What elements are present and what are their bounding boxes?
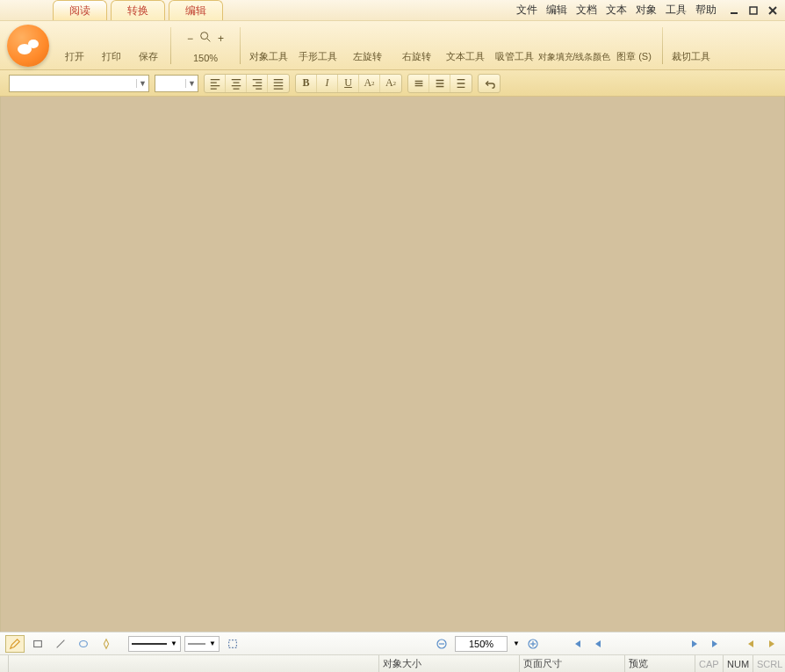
solid-line-icon	[132, 640, 167, 647]
align-right-button[interactable]	[247, 75, 268, 92]
menu-tool[interactable]: 工具	[666, 3, 687, 18]
rotate-left-button[interactable]: 左旋转	[342, 21, 392, 69]
zoom-value-label[interactable]: 150%	[193, 53, 218, 63]
line-style-combo[interactable]: ▼	[128, 636, 181, 652]
menu-object[interactable]: 对象	[636, 3, 657, 18]
object-tool-button[interactable]: 对象工具	[244, 21, 293, 69]
line-spacing-3-button[interactable]	[450, 75, 472, 92]
align-center-button[interactable]	[226, 75, 247, 92]
rotate-right-label: 右旋转	[402, 51, 431, 61]
ribbon-file-group: 打开 打印 保存	[56, 21, 167, 69]
status-preview: 预览	[625, 655, 695, 672]
first-page-button[interactable]	[569, 636, 585, 652]
minimize-button[interactable]	[725, 4, 743, 18]
pen-tool-button[interactable]	[97, 635, 116, 653]
status-scrl: SCRL	[753, 655, 785, 672]
status-cap: CAP	[695, 655, 724, 672]
status-page-size: 页面尺寸	[520, 655, 625, 672]
svg-point-5	[28, 40, 39, 48]
status-object-size: 对象大小	[379, 655, 520, 672]
undo-button[interactable]	[479, 75, 500, 92]
eyedropper-button[interactable]: 吸管工具	[490, 21, 539, 69]
svg-rect-1	[750, 7, 757, 14]
fill-stroke-label: 对象填充/线条颜色	[538, 52, 611, 61]
last-page-button[interactable]	[708, 636, 724, 652]
align-group	[204, 74, 290, 93]
fill-stroke-button[interactable]: 对象填充/线条颜色	[539, 21, 609, 69]
status-message	[9, 655, 379, 672]
line-weight-combo[interactable]: ▼	[184, 636, 220, 652]
history-forward-button[interactable]	[764, 636, 780, 652]
status-left-spacer	[0, 655, 9, 672]
tab-read[interactable]: 阅读	[53, 0, 107, 20]
svg-rect-15	[34, 640, 42, 647]
zoom-nav-group: 150% ▼	[434, 636, 780, 652]
print-button[interactable]: 打印	[93, 21, 130, 69]
font-style-group: B I U A2 A2	[295, 74, 402, 93]
underline-button[interactable]: U	[338, 75, 359, 92]
subscript-button[interactable]: A2	[380, 75, 401, 92]
tab-edit[interactable]: 编辑	[169, 0, 223, 20]
font-family-combo[interactable]: ▼	[9, 75, 149, 92]
align-left-button[interactable]	[205, 75, 226, 92]
chevron-down-icon: ▼	[136, 79, 148, 88]
tab-convert[interactable]: 转换	[111, 0, 165, 20]
line-tool-button[interactable]	[51, 635, 70, 653]
hand-tool-button[interactable]: 手形工具	[293, 21, 342, 69]
pencil-tool-button[interactable]	[5, 635, 25, 653]
bottom-zoom-value[interactable]: 150%	[455, 636, 508, 652]
app-logo[interactable]	[7, 25, 49, 67]
bottom-toolbar: ▼ ▼ 150% ▼	[0, 632, 785, 654]
menu-file[interactable]: 文件	[516, 3, 537, 18]
font-size-combo[interactable]: ▼	[155, 75, 198, 92]
svg-rect-20	[229, 639, 237, 647]
menu-edit[interactable]: 编辑	[546, 3, 567, 18]
close-button[interactable]	[764, 4, 781, 18]
ribbon-separator	[240, 27, 241, 64]
chevron-down-icon: ▼	[170, 639, 177, 647]
ribbon-separator	[170, 27, 171, 64]
crop-tool-button[interactable]: 裁切工具	[666, 21, 716, 69]
status-bar: 对象大小 页面尺寸 预览 CAP NUM SCRL	[0, 654, 785, 672]
zoom-in-nav-button[interactable]	[525, 636, 541, 652]
text-tool-button[interactable]: 文本工具	[441, 21, 490, 69]
open-label: 打开	[65, 51, 84, 61]
crop-tool-label: 裁切工具	[672, 51, 710, 61]
stamp-button[interactable]: 图章 (S)	[609, 21, 659, 69]
italic-button[interactable]: I	[317, 75, 338, 92]
ellipse-tool-button[interactable]	[74, 635, 93, 653]
tab-convert-label: 转换	[127, 4, 148, 17]
next-page-button[interactable]	[687, 636, 702, 652]
save-label: 保存	[139, 51, 158, 61]
save-button[interactable]: 保存	[130, 21, 167, 69]
svg-point-12	[201, 33, 208, 40]
zoom-in-button[interactable]: +	[218, 33, 224, 45]
rotate-left-label: 左旋转	[353, 51, 382, 61]
menu-text[interactable]: 文本	[606, 3, 627, 18]
menu-help[interactable]: 帮助	[695, 3, 717, 18]
svg-line-13	[207, 39, 210, 41]
rectangle-tool-button[interactable]	[28, 635, 47, 653]
magnifier-icon	[198, 30, 212, 47]
maximize-button[interactable]	[745, 4, 762, 18]
object-tool-label: 对象工具	[249, 51, 288, 61]
format-toolbar: ▼ ▼ B I U A2 A2	[0, 70, 785, 97]
bold-button[interactable]: B	[296, 75, 317, 92]
superscript-button[interactable]: A2	[359, 75, 380, 92]
history-back-button[interactable]	[743, 636, 759, 652]
prev-page-button[interactable]	[590, 636, 606, 652]
rotate-right-button[interactable]: 右旋转	[392, 21, 441, 69]
align-justify-button[interactable]	[268, 75, 289, 92]
document-canvas[interactable]	[0, 97, 785, 632]
svg-point-6	[19, 46, 23, 49]
line-spacing-1-button[interactable]	[408, 75, 429, 92]
ribbon-zoom-group: − + 150%	[175, 21, 236, 69]
zoom-out-button[interactable]: −	[187, 33, 193, 45]
line-spacing-2-button[interactable]	[429, 75, 450, 92]
marquee-tool-button[interactable]	[223, 635, 242, 653]
zoom-dropdown-button[interactable]: ▼	[513, 639, 520, 647]
open-button[interactable]: 打开	[56, 21, 93, 69]
ribbon-toolbar: 打开 打印 保存 − + 150% 对象工具 手形工具 左旋转	[0, 21, 785, 70]
menu-doc[interactable]: 文档	[576, 3, 597, 18]
zoom-out-nav-button[interactable]	[434, 636, 450, 652]
